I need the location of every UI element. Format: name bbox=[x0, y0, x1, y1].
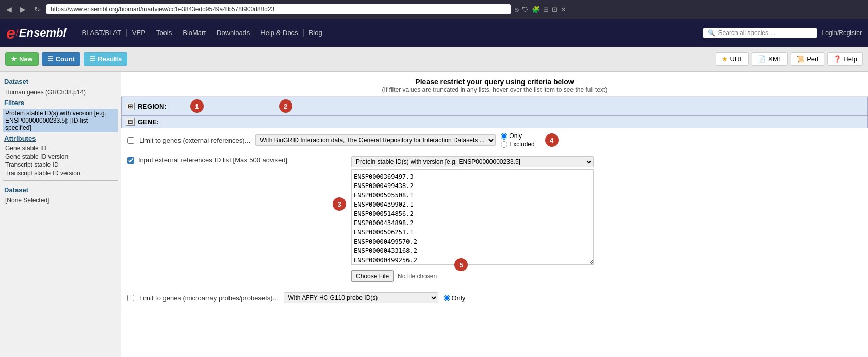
gene-toggle[interactable]: ⊟ bbox=[126, 118, 135, 126]
login-register-link[interactable]: Login/Register bbox=[822, 29, 862, 37]
attr-gene-stable-id-version: Gene stable ID version bbox=[3, 152, 118, 161]
query-header: Please restrict your query using criteri… bbox=[121, 72, 868, 97]
url-label: URL bbox=[730, 55, 743, 63]
forward-button[interactable]: ▶ bbox=[18, 4, 28, 14]
count-icon: ☰ bbox=[47, 55, 54, 63]
gene-label: GENE: bbox=[138, 118, 159, 126]
xml-icon: 📄 bbox=[758, 55, 766, 63]
new-button[interactable]: ★ New bbox=[5, 52, 39, 66]
results-button[interactable]: ☰ Results bbox=[84, 52, 127, 66]
nav-tools[interactable]: Tools bbox=[151, 29, 177, 37]
id-type-select[interactable]: Protein stable ID(s) with version [e.g. … bbox=[351, 156, 594, 167]
help-icon: ❓ bbox=[833, 55, 841, 63]
new-icon: ★ bbox=[11, 55, 17, 63]
nav-biomart[interactable]: BioMart bbox=[177, 29, 211, 37]
radio-excluded-label[interactable]: Excluded bbox=[501, 141, 534, 148]
radio-excluded[interactable] bbox=[501, 141, 507, 148]
nav-blog[interactable]: Blog bbox=[304, 29, 327, 37]
share-icon: ⎋ bbox=[515, 6, 519, 13]
xml-button[interactable]: 📄 XML bbox=[752, 52, 788, 66]
limit-microarray-label: Limit to genes (microarray probes/probes… bbox=[139, 294, 279, 302]
help-label: Help bbox=[843, 55, 857, 63]
radio-only[interactable] bbox=[501, 133, 507, 140]
attributes-link[interactable]: Attributes bbox=[3, 132, 118, 144]
star-icon: ★ bbox=[722, 55, 728, 63]
filters-item[interactable]: Protein stable ID(s) with version [e.g. … bbox=[3, 109, 118, 132]
content-area: Please restrict your query using criteri… bbox=[121, 72, 868, 357]
back-button[interactable]: ◀ bbox=[4, 4, 14, 14]
dataset-value: Human genes (GRCh38.p14) bbox=[3, 88, 118, 97]
region-section-header[interactable]: ⊞ REGION: 1 2 bbox=[121, 97, 868, 115]
region-label: REGION: bbox=[138, 103, 167, 110]
id-textarea-wrapper: ENSP0000369497.3 ENSP0000499438.2 ENSP00… bbox=[351, 169, 862, 266]
logo: e / Ensembl bbox=[6, 25, 67, 41]
query-header-title: Please restrict your query using criteri… bbox=[126, 78, 863, 86]
toolbar: ★ New ☰ Count ☰ Results ★ URL 📄 XML 📜 Pe… bbox=[0, 47, 868, 72]
annotation-3: 3 bbox=[333, 197, 346, 211]
choose-file-button[interactable]: Choose File bbox=[351, 270, 394, 282]
radio-only2-text: Only bbox=[452, 294, 466, 302]
minimize-icon: ⊟ bbox=[543, 6, 549, 13]
search-input[interactable] bbox=[718, 29, 811, 37]
limit-genes-row: Limit to genes (external references)... … bbox=[127, 132, 862, 148]
gene-filter-section: Limit to genes (external references)... … bbox=[121, 128, 868, 308]
sidebar: Dataset Human genes (GRCh38.p14) Filters… bbox=[0, 72, 121, 357]
search-area: 🔍 bbox=[703, 28, 817, 38]
perl-button[interactable]: 📜 Perl bbox=[791, 52, 824, 66]
extensions-icon: 🧩 bbox=[532, 6, 540, 13]
nav-links: BLAST/BLAT VEP Tools BioMart Downloads H… bbox=[77, 29, 327, 37]
toolbar-right: ★ URL 📄 XML 📜 Perl ❓ Help bbox=[716, 52, 863, 66]
limit-microarray-select[interactable]: With AFFY HC G110 probe ID(s) bbox=[284, 292, 438, 303]
attr-gene-stable-id: Gene stable ID bbox=[3, 144, 118, 152]
top-nav: e / Ensembl BLAST/BLAT VEP Tools BioMart… bbox=[0, 19, 868, 47]
limit-microarray-checkbox[interactable] bbox=[127, 295, 134, 301]
limit-microarray-row: Limit to genes (microarray probes/probes… bbox=[127, 292, 862, 303]
url-bar[interactable] bbox=[46, 4, 511, 14]
browser-chrome: ◀ ▶ ↻ ⎋ 🛡 🧩 ⊟ ⊡ ✕ bbox=[0, 0, 868, 19]
nav-downloads[interactable]: Downloads bbox=[211, 29, 255, 37]
filters-link[interactable]: Filters bbox=[3, 97, 118, 109]
limit-genes-label: Limit to genes (external references)... bbox=[139, 137, 250, 144]
browser-icons: ⎋ 🛡 🧩 ⊟ ⊡ ✕ bbox=[515, 6, 566, 13]
radio-only-label[interactable]: Only bbox=[501, 132, 534, 140]
perl-icon: 📜 bbox=[796, 55, 805, 63]
new-label: New bbox=[19, 55, 33, 63]
count-label: Count bbox=[56, 55, 75, 63]
url-button[interactable]: ★ URL bbox=[716, 52, 749, 66]
radio-excluded-text: Excluded bbox=[509, 141, 534, 148]
query-header-sub: (If filter values are truncated in any l… bbox=[126, 86, 863, 93]
region-toggle[interactable]: ⊞ bbox=[126, 103, 135, 110]
annotation-2: 2 bbox=[279, 99, 292, 113]
refresh-button[interactable]: ↻ bbox=[32, 4, 42, 14]
file-row: Choose File No file chosen bbox=[351, 270, 862, 282]
dataset2-value: [None Selected] bbox=[3, 196, 118, 205]
no-file-label: No file chosen bbox=[398, 273, 437, 280]
input-external-label: Input external references ID list [Max 5… bbox=[138, 156, 287, 164]
count-button[interactable]: ☰ Count bbox=[42, 52, 81, 66]
sidebar-divider bbox=[3, 180, 118, 181]
results-label: Results bbox=[97, 55, 122, 63]
id-textarea[interactable]: ENSP0000369497.3 ENSP0000499438.2 ENSP00… bbox=[351, 169, 594, 265]
annotation-4: 4 bbox=[545, 133, 559, 147]
dataset2-section-title: Dataset bbox=[3, 184, 118, 196]
input-external-checkbox[interactable] bbox=[127, 157, 134, 164]
input-external-row: Input external references ID list [Max 5… bbox=[127, 153, 862, 285]
logo-text: Ensembl bbox=[19, 26, 67, 40]
gene-section-header[interactable]: ⊟ GENE: bbox=[121, 115, 868, 128]
nav-blast-blat[interactable]: BLAST/BLAT bbox=[77, 29, 127, 37]
logo-e: e bbox=[6, 25, 15, 41]
radio-only-text: Only bbox=[509, 132, 522, 140]
help-button[interactable]: ❓ Help bbox=[827, 52, 863, 66]
radio-only2[interactable] bbox=[444, 295, 450, 301]
perl-label: Perl bbox=[807, 55, 818, 63]
radio-only2-label[interactable]: Only bbox=[444, 294, 466, 302]
limit-genes-select[interactable]: With BioGRID Interaction data, The Gener… bbox=[255, 134, 496, 146]
attr-transcript-stable-id-version: Transcript stable ID version bbox=[3, 169, 118, 177]
id-list-container: Protein stable ID(s) with version [e.g. … bbox=[351, 156, 862, 282]
annotation-1: 1 bbox=[190, 99, 204, 113]
nav-vep[interactable]: VEP bbox=[127, 29, 151, 37]
limit-genes-checkbox[interactable] bbox=[127, 137, 134, 144]
nav-help-docs[interactable]: Help & Docs bbox=[255, 29, 303, 37]
search-icon: 🔍 bbox=[708, 29, 715, 37]
xml-label: XML bbox=[768, 55, 782, 63]
